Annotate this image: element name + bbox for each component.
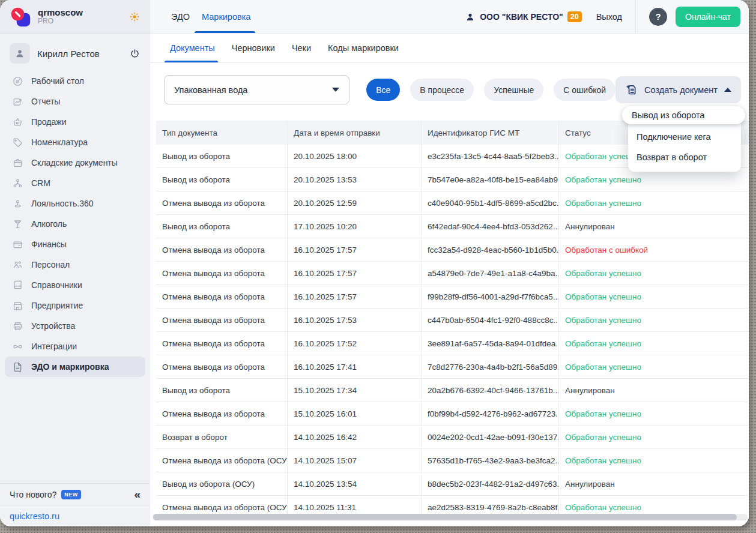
sidebar-item-staff[interactable]: Персонал (5, 254, 145, 275)
subtabs: ДокументыЧерновикиЧекиКоды маркировки (150, 34, 749, 63)
table-row[interactable]: Возврат в оборот14.10.2025 16:420024e202… (156, 426, 749, 449)
table-row[interactable]: Вывод из оборота17.10.2025 10:206f42edaf… (156, 215, 749, 238)
sidebar-item-enterprise[interactable]: Предприятие (5, 295, 145, 316)
sidebar-item-reports[interactable]: Отчеты (5, 91, 145, 112)
status-filter-pill[interactable]: В процессе (410, 79, 474, 101)
cell-gis-mt-id: 7b547e0e-a82a-40f8-be15-ea84ab9... (421, 168, 558, 191)
cell-gis-mt-id: 20a2b676-6392-40cf-9466-13761b... (421, 379, 558, 402)
menu-item[interactable]: Возврат в оборот (628, 147, 741, 167)
horizontal-scrollbar[interactable] (153, 514, 748, 520)
table-row[interactable]: Отмена вывода из оборота20.10.2025 12:59… (156, 191, 749, 215)
column-header: Дата и время отправки (287, 121, 421, 145)
brand-logo-icon (10, 6, 31, 28)
company-badge: 20 (567, 11, 582, 22)
cell-sent-datetime: 15.10.2025 17:34 (287, 379, 421, 402)
sidebar-item-sales[interactable]: Продажи (5, 112, 145, 132)
subtab-receipts[interactable]: Чеки (292, 34, 311, 62)
table-row[interactable]: Вывод из оборота (ОСУ)14.10.2025 13:54b8… (156, 472, 749, 496)
sidebar-item-label: Продажи (31, 117, 66, 127)
table-row[interactable]: Вывод из оборота15.10.2025 17:3420a2b676… (156, 379, 749, 402)
cell-sent-datetime: 14.10.2025 15:07 (287, 449, 421, 472)
horizontal-scrollbar-thumb[interactable] (153, 514, 737, 520)
help-icon[interactable]: ? (649, 8, 667, 26)
user-avatar-icon (10, 43, 30, 64)
app-window: qrmoscow PRO Кирилл Рестов Рабочий столО… (0, 0, 749, 526)
cell-document-type: Отмена вывода из оборота (156, 355, 287, 378)
sidebar-item-label: Алкоголь (31, 219, 67, 229)
company-switcher[interactable]: ООО "КВИК РЕСТО" 20 (465, 11, 581, 22)
cell-gis-mt-id: c40e9040-95b1-4df5-8699-a5cd2bc... (421, 191, 558, 214)
sidebar-item-devices[interactable]: Устройства (5, 316, 145, 336)
sidebar-item-alcohol[interactable]: Алкоголь (5, 214, 145, 234)
sidebar-item-integrations[interactable]: Интеграции (5, 336, 145, 357)
cell-status: Обработан успешно (558, 285, 749, 308)
cell-sent-datetime: 14.10.2025 16:42 (287, 426, 421, 448)
product-select[interactable]: Упакованная вода (164, 75, 349, 104)
documents-table: Тип документаДата и время отправкиИденти… (156, 121, 749, 519)
warehouse-icon (11, 157, 23, 169)
new-badge: NEW (61, 490, 81, 499)
sales-icon (11, 116, 23, 128)
sidebar-item-loyalty[interactable]: Лояльность.360 (5, 193, 145, 214)
table-row[interactable]: Отмена вывода из оборота16.10.2025 17:57… (156, 285, 749, 309)
sidebar-item-warehouse-docs[interactable]: Складские документы (5, 152, 145, 173)
status-filter-pill[interactable]: Все (366, 79, 400, 101)
sidebar-item-nomenclature[interactable]: Номенклатура (5, 132, 145, 152)
cell-document-type: Отмена вывода из оборота (156, 191, 287, 214)
cell-gis-mt-id: 6f42edaf-90c4-4ee4-bfd3-053d262... (421, 215, 558, 238)
cell-gis-mt-id: 7c8d2776-230a-4a4b-b2f1-56a5d89... (421, 355, 558, 378)
cell-status: Аннулирован (558, 472, 749, 495)
collapse-sidebar-icon[interactable]: « (134, 489, 141, 500)
sidebar-item-label: CRM (31, 178, 50, 188)
staff-icon (11, 259, 23, 271)
cell-status: Обработан успешно (558, 309, 749, 331)
table-row[interactable]: Отмена вывода из оборота16.10.2025 17:53… (156, 309, 749, 332)
status-filter-pills: ВсеВ процессеУспешныеС ошибкой (366, 79, 615, 101)
menu-item[interactable]: Подключение кега (628, 127, 741, 147)
subtab-marking-codes[interactable]: Коды маркировки (328, 34, 399, 62)
table-row[interactable]: Отмена вывода из оборота16.10.2025 17:57… (156, 262, 749, 285)
status-filter-pill[interactable]: Успешные (484, 79, 543, 101)
top-tab-edo[interactable]: ЭДО (170, 0, 191, 33)
sidebar-item-crm[interactable]: CRM (5, 173, 145, 193)
top-tab-marking[interactable]: Маркировка (201, 0, 252, 33)
subtab-drafts[interactable]: Черновики (232, 34, 275, 62)
top-tabs: ЭДОМаркировка (170, 0, 252, 33)
cell-sent-datetime: 14.10.2025 13:54 (287, 472, 421, 495)
menu-item-highlighted[interactable]: Вывод из оборота (622, 106, 745, 124)
sidebar-item-desktop[interactable]: Рабочий стол (5, 71, 145, 91)
whats-new-link[interactable]: Что нового? (10, 490, 56, 499)
user-name: Кирилл Рестов (37, 49, 122, 59)
power-icon[interactable] (129, 48, 141, 59)
cell-status: Обработан успешно (558, 191, 749, 214)
doc-plus-icon (625, 83, 638, 96)
status-filter-pill[interactable]: С ошибкой (554, 79, 615, 101)
cell-sent-datetime: 16.10.2025 17:41 (287, 355, 421, 378)
site-link[interactable]: quickresto.ru (10, 511, 59, 521)
user-row[interactable]: Кирилл Рестов (0, 40, 150, 67)
sidebar-item-finance[interactable]: Финансы (5, 234, 145, 254)
cell-gis-mt-id: f99b28f9-df56-4001-a29d-f7f6bca5... (421, 285, 558, 308)
logout-button[interactable]: Выход (596, 12, 622, 22)
online-chat-button[interactable]: Онлайн-чат (676, 7, 740, 27)
sidebar-item-edo[interactable]: ЭДО и маркировка (5, 357, 145, 377)
sidebar-item-label: Рабочий стол (31, 76, 84, 86)
create-document-button[interactable]: Создать документ (615, 76, 741, 103)
cell-sent-datetime: 16.10.2025 17:57 (287, 238, 421, 261)
table-row[interactable]: Отмена вывода из оборота16.10.2025 17:52… (156, 332, 749, 355)
table-row[interactable]: Отмена вывода из оборота (ОСУ)14.10.2025… (156, 449, 749, 472)
subtab-documents[interactable]: Документы (170, 34, 215, 62)
sidebar-item-label: Номенклатура (31, 137, 88, 147)
topbar: ЭДОМаркировка ООО "КВИК РЕСТО" 20 Выход … (150, 0, 749, 34)
brand-name: qrmoscow (38, 7, 83, 17)
theme-sun-icon[interactable] (129, 11, 141, 23)
cell-sent-datetime: 15.10.2025 16:01 (287, 402, 421, 425)
cell-document-type: Вывод из оборота (156, 379, 287, 402)
table-body: Вывод из оборота20.10.2025 18:00e3c235fa… (156, 145, 749, 519)
filter-row: Упакованная вода ВсеВ процессеУспешныеС … (164, 75, 741, 104)
table-row[interactable]: Отмена вывода из оборота16.10.2025 17:57… (156, 238, 749, 262)
sidebar-item-directories[interactable]: Справочники (5, 275, 145, 295)
table-row[interactable]: Отмена вывода из оборота15.10.2025 16:01… (156, 402, 749, 426)
table-row[interactable]: Отмена вывода из оборота16.10.2025 17:41… (156, 355, 749, 379)
cell-document-type: Отмена вывода из оборота (156, 285, 287, 308)
